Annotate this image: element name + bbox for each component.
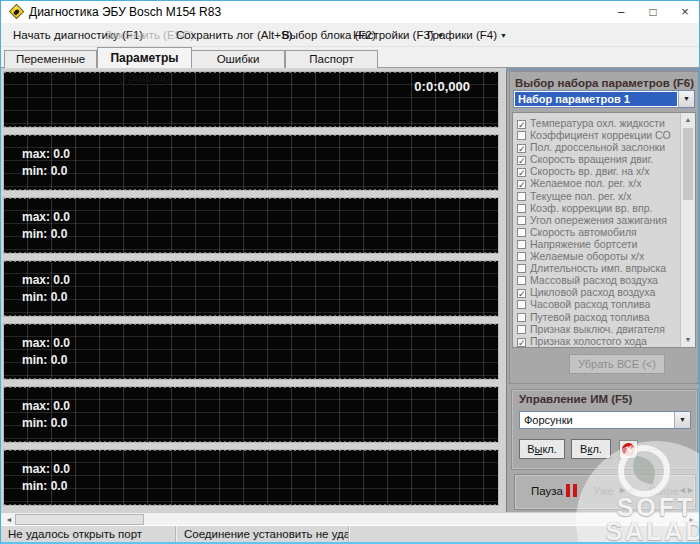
off-button-label: кл. [542,443,556,455]
tab-parameters-graph[interactable]: Параметры (график) [97,47,192,68]
graph-panel: max: 0.0 min: 0.0 [3,323,499,380]
list-scrollbar[interactable]: ▲ ▼ [680,113,695,347]
parameter-set-header: Выбор набора параметров (F6) [515,77,694,89]
minimize-button[interactable]: – [605,1,637,23]
actuator-control-group: Управление ИМ (F5) Форсунки ▼ Выкл. Вкл.… [511,389,698,470]
param-item[interactable]: ✓Признак обогащ. по мощности [513,343,695,348]
on-button[interactable]: Вкл. [571,439,611,459]
transport-group: Пауза Уже ►◄ Шире ◄► [514,474,696,510]
graph-max-label: max: 0.0 [22,336,70,350]
menu-label: Сохранить лог (Alt+S) [176,29,292,41]
param-item[interactable]: ✓Желаемое пол. рег. х/х [513,173,695,185]
clear-all-button[interactable]: Убрать ВСЕ (<) [569,354,665,374]
graph-panel: max: 0.0 min: 0.0 [3,260,499,317]
param-item[interactable]: Напряжение бортсети [513,234,695,246]
combobox-selected-value: Набор параметров 1 [515,92,677,106]
title-bar: Диагностика ЭБУ Bosch M154 R83 – □ × [1,1,699,23]
maximize-button[interactable]: □ [637,1,669,23]
graph-min-label: min: 0.0 [22,164,67,178]
graph-area: 0:0:0,000 max: 0.0 min: 0.0 max: 0.0 min… [1,68,506,512]
tab-variables-list[interactable]: Переменные (список) [4,50,97,68]
graph-panel: max: 0.0 min: 0.0 [3,386,499,443]
on-button-label: л. [592,443,601,455]
right-panel: Выбор набора параметров (F6) Набор парам… [506,71,700,512]
elapsed-time-label: 0:0:0,000 [414,79,470,94]
menu-label: Графики (F4) [427,29,497,41]
param-item[interactable]: ✓Признак холостого хода [513,331,695,343]
scrollbar-thumb[interactable] [683,128,693,200]
menu-bar: Начать диагностику (F1) Закончить (ESC) … [1,23,699,47]
parameter-checkbox-list[interactable]: ✓Температура охл. жидкости Коэффициент к… [512,112,696,348]
status-bar: Не удалось открыть порт Соединение устан… [1,525,699,542]
menu-save-log[interactable]: Сохранить лог (Alt+S) [176,23,292,47]
param-item[interactable]: Скорость автомобиля [513,222,695,234]
status-connection-message: Соединение установить не удалось [177,526,349,543]
menu-charts[interactable]: Графики (F4)▼ [427,23,507,47]
pause-button[interactable]: Пауза [531,485,563,497]
graph-max-label: max: 0.0 [22,273,70,287]
parameter-set-combobox[interactable]: Набор параметров 1 ▼ [513,90,695,108]
param-item[interactable]: Коэф. коррекции вр. впр. [513,198,695,210]
graph-panel: max: 0.0 min: 0.0 [3,134,499,191]
param-item[interactable]: ✓Температура охл. жидкости [513,113,695,125]
actuator-status-dashes: --- [646,442,657,454]
param-item[interactable]: ✓Скорость вращения двиг. [513,149,695,161]
param-item[interactable]: Угол опережения зажигания [513,210,695,222]
param-item[interactable]: ✓Цикловой расход воздуха [513,282,695,294]
graph-min-label: min: 0.0 [22,416,67,430]
off-button[interactable]: Выкл. [519,439,565,459]
actuator-control-header: Управление ИМ (F5) [519,393,632,405]
graph-min-label: min: 0.0 [22,290,67,304]
pause-icon[interactable] [566,484,578,497]
graph-max-label: max: 0.0 [22,462,70,476]
window-title: Диагностика ЭБУ Bosch M154 R83 [29,1,221,23]
status-empty-cell [350,526,700,543]
param-item[interactable]: Признак выключ. двигателя [513,319,695,331]
scroll-right-icon[interactable]: ► [685,514,697,525]
tab-bar: Переменные (список) Параметры (график) О… [1,47,699,68]
graph-min-label: min: 0.0 [22,227,67,241]
stop-button[interactable]: ✕ [619,440,638,459]
param-item[interactable]: Желаемые обороты х/х [513,246,695,258]
param-item[interactable]: ✓Скорость вр. двиг. на х/х [513,161,695,173]
param-item[interactable]: Текущее пол. рег. х/х [513,186,695,198]
graph-min-label: min: 0.0 [22,353,67,367]
status-port-message: Не удалось открыть порт [1,526,176,543]
param-item[interactable]: Массовый расход воздуха [513,270,695,282]
param-item[interactable]: Часовой расход топлива [513,294,695,306]
wider-arrows-icon[interactable]: ◄► [678,485,694,495]
combobox-selected-value: Форсунки [524,413,673,428]
off-button-label: В [527,443,534,455]
param-item-label: Признак обогащ. по мощности [530,347,679,348]
wider-button[interactable]: Шире [649,485,679,497]
combobox-dropdown-icon[interactable]: ▼ [674,412,690,428]
combobox-dropdown-icon[interactable]: ▼ [678,91,694,107]
chevron-down-icon: ▼ [500,32,507,39]
graph-panel: max: 0.0 min: 0.0 [3,449,499,506]
graph-max-label: max: 0.0 [22,210,70,224]
param-item[interactable]: ✓Пол. дроссельной заслонки [513,137,695,149]
tab-errors[interactable]: Ошибки [191,50,285,68]
scrollbar-thumb[interactable] [15,514,144,525]
horizontal-scrollbar[interactable]: ◄ ► [1,512,699,525]
tab-passport[interactable]: Паспорт [285,50,378,68]
actuator-combobox[interactable]: Форсунки ▼ [519,411,691,429]
close-button[interactable]: × [669,1,700,23]
scroll-up-icon[interactable]: ▲ [681,113,695,127]
graph-panel: max: 0.0 min: 0.0 [3,197,499,254]
menu-label: Настройки (F3) [353,29,434,41]
graph-max-label: max: 0.0 [22,399,70,413]
narrower-button[interactable]: Уже [593,485,614,497]
graph-max-label: max: 0.0 [22,147,70,161]
stop-icon: ✕ [622,443,635,456]
scroll-down-icon[interactable]: ▼ [681,333,695,347]
param-item[interactable]: Путевой расход топлива [513,307,695,319]
app-window: Диагностика ЭБУ Bosch M154 R83 – □ × Нач… [0,0,700,544]
scroll-left-icon[interactable]: ◄ [3,514,15,525]
app-icon [9,4,25,20]
param-item[interactable]: Коэффициент коррекции СО [513,125,695,137]
time-graph-panel: 0:0:0,000 [3,71,499,128]
graph-min-label: min: 0.0 [22,479,67,493]
narrower-arrows-icon[interactable]: ►◄ [618,485,634,495]
param-item[interactable]: Длительность имп. впрыска [513,258,695,270]
